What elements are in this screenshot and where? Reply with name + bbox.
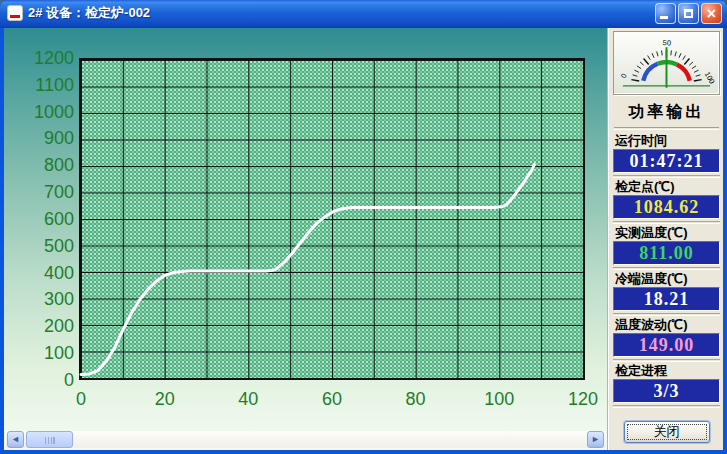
chart-area: 1200110010009008007006005004003002001000… [4, 28, 608, 450]
field-group: 检定点(℃)1084.62 [613, 179, 720, 224]
close-button[interactable]: 关闭 [624, 421, 710, 443]
sidebar-fields: 运行时间01:47:21检定点(℃)1084.62实测温度(℃)811.00冷端… [613, 133, 720, 408]
y-tick-label: 100 [44, 344, 74, 362]
gauge-tick-label-50: 50 [662, 38, 671, 48]
field-label: 冷端温度(℃) [613, 271, 720, 287]
horizontal-scrollbar[interactable]: ◄ ► [5, 431, 606, 448]
x-tick-label: 60 [310, 390, 354, 408]
client-area: 1200110010009008007006005004003002001000… [4, 28, 723, 450]
temperature-curve-line [81, 164, 534, 374]
y-tick-label: 600 [44, 210, 74, 228]
sidebar: 0 50 100 功率输出 运行时间01:47:21检定点(℃)1084.62实… [608, 28, 723, 450]
y-tick-label: 700 [44, 183, 74, 201]
power-gauge: 0 50 100 [615, 33, 718, 93]
x-tick-label: 40 [226, 390, 270, 408]
field-group: 运行时间01:47:21 [613, 133, 720, 178]
y-tick-label: 400 [44, 264, 74, 282]
y-tick-label: 800 [44, 156, 74, 174]
field-label: 温度波动(℃) [613, 317, 720, 333]
x-axis-labels: 020406080100120 [59, 390, 605, 408]
x-tick-label: 100 [477, 390, 521, 408]
gauge-tick-label-100: 100 [703, 70, 717, 85]
field-value: 1084.62 [613, 195, 720, 219]
y-tick-label: 1200 [34, 49, 74, 67]
close-window-button[interactable] [701, 3, 722, 24]
scroll-right-button[interactable]: ► [587, 431, 604, 448]
temperature-curve [81, 60, 587, 382]
y-tick-label: 900 [44, 129, 74, 147]
divider [614, 127, 719, 130]
field-group: 检定进程3/3 [613, 363, 720, 408]
app-icon-bar [10, 15, 20, 18]
field-label: 检定进程 [613, 363, 720, 379]
gauge-tick-label-0: 0 [619, 72, 629, 80]
field-label: 检定点(℃) [613, 179, 720, 195]
plot-area [79, 58, 585, 380]
x-tick-label: 20 [143, 390, 187, 408]
power-gauge-panel: 0 50 100 [613, 31, 720, 95]
separator [613, 221, 720, 224]
y-tick-label: 300 [44, 290, 74, 308]
field-group: 实测温度(℃)811.00 [613, 225, 720, 270]
field-value: 01:47:21 [613, 149, 720, 173]
field-value: 811.00 [613, 241, 720, 265]
x-tick-label: 80 [394, 390, 438, 408]
x-tick-label: 120 [561, 390, 605, 408]
titlebar: 2# 设备：检定炉-002 [0, 0, 727, 28]
field-value: 3/3 [613, 379, 720, 403]
window-title: 2# 设备：检定炉-002 [28, 4, 653, 22]
scroll-left-button[interactable]: ◄ [7, 431, 24, 448]
power-output-label: 功率输出 [613, 102, 720, 123]
separator [613, 267, 720, 270]
separator [613, 313, 720, 316]
maximize-icon [684, 9, 693, 18]
x-tick-label: 0 [59, 390, 103, 408]
y-tick-label: 0 [64, 371, 74, 389]
field-label: 实测温度(℃) [613, 225, 720, 241]
minimize-button[interactable] [655, 3, 676, 24]
app-icon [7, 5, 23, 21]
separator [613, 405, 720, 408]
y-tick-label: 1100 [35, 76, 74, 94]
field-label: 运行时间 [613, 133, 720, 149]
field-group: 冷端温度(℃)18.21 [613, 271, 720, 316]
y-tick-label: 1000 [34, 103, 74, 121]
y-tick-label: 200 [44, 317, 74, 335]
maximize-button[interactable] [678, 3, 699, 24]
app-window: 2# 设备：检定炉-002 12001100100090080070060050… [0, 0, 727, 454]
field-value: 18.21 [613, 287, 720, 311]
separator [613, 175, 720, 178]
field-group: 温度波动(℃)149.00 [613, 317, 720, 362]
separator [613, 359, 720, 362]
field-value: 149.00 [613, 333, 720, 357]
y-axis-labels: 1200110010009008007006005004003002001000 [16, 49, 74, 389]
scrollbar-thumb[interactable] [26, 431, 73, 448]
y-tick-label: 500 [44, 237, 74, 255]
minimize-icon [660, 16, 668, 19]
